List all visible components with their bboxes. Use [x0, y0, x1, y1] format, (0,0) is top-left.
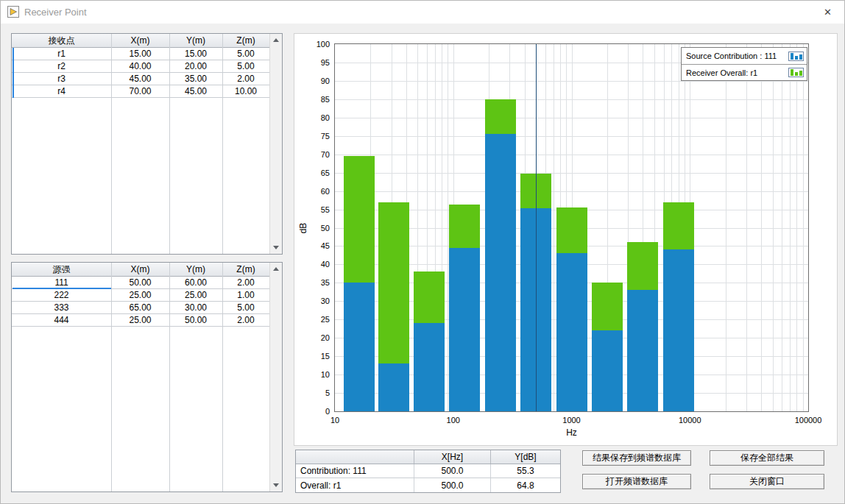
- readout-cell: Overall: r1: [296, 478, 414, 492]
- scroll-down-button[interactable]: [270, 479, 282, 491]
- table-cell: 60.00: [169, 277, 222, 288]
- y-tick-label: 100: [294, 40, 330, 49]
- table-cell: 2.00: [222, 73, 269, 85]
- table-cell: 35.00: [169, 73, 222, 85]
- y-tick-label: 90: [294, 77, 330, 85]
- scroll-up-button[interactable]: [270, 263, 282, 275]
- bar-segment-overall: [344, 156, 375, 283]
- bar-segment-overall: [414, 271, 445, 323]
- client-area: 接收点X(m)Y(m)Z(m)r115.0015.005.00r240.0020…: [1, 24, 844, 503]
- table-row[interactable]: r115.0015.005.00: [12, 48, 269, 60]
- legend-entry[interactable]: Receiver Overall: r1: [682, 64, 807, 80]
- vertical-scrollbar[interactable]: [269, 34, 282, 254]
- y-tick-label: 0: [294, 407, 330, 416]
- window-title: Receiver Point: [24, 7, 87, 18]
- table-row[interactable]: 22225.0025.001.00: [12, 289, 269, 302]
- x-tick-label: 10: [330, 416, 339, 425]
- bar-segment-overall: [556, 207, 587, 253]
- legend-plot-style-icon: [788, 52, 804, 61]
- x-axis-ticks: 10100100010000100000: [334, 416, 809, 426]
- y-tick-label: 35: [294, 278, 330, 287]
- titlebar: Receiver Point ✕: [1, 1, 844, 24]
- bar-segment-contribution: [627, 290, 658, 411]
- save-all-results-button[interactable]: 保存全部结果: [710, 450, 824, 466]
- table-header-row: 源强X(m)Y(m)Z(m): [12, 263, 269, 277]
- y-tick-label: 85: [294, 95, 330, 104]
- y-tick-label: 30: [294, 297, 330, 305]
- bar-segment-contribution: [556, 253, 587, 411]
- y-tick-label: 50: [294, 224, 330, 233]
- readout-header-cell: [296, 450, 414, 464]
- table-row[interactable]: 33365.0030.005.00: [12, 302, 269, 314]
- vertical-scrollbar[interactable]: [269, 263, 282, 491]
- table-row[interactable]: r345.0035.002.00: [12, 73, 269, 85]
- legend-entry[interactable]: Source Contribution : 111: [682, 48, 807, 64]
- bar-segment-contribution: [378, 363, 409, 411]
- legend-plot-style-icon: [788, 68, 804, 77]
- readout-cell: 500.0: [414, 478, 491, 492]
- table-cell: 50.00: [111, 277, 169, 288]
- cursor-readout-table: X[Hz]Y[dB]Contribution: 111500.055.3Over…: [295, 450, 561, 493]
- table-row[interactable]: r240.0020.005.00: [12, 60, 269, 73]
- table-cell: 333: [12, 302, 111, 313]
- table-cell: 20.00: [169, 60, 222, 72]
- close-window-button[interactable]: 关闭窗口: [710, 474, 824, 489]
- y-tick-label: 15: [294, 352, 330, 361]
- table-header-cell: 源强: [12, 263, 111, 276]
- scroll-up-button[interactable]: [270, 34, 282, 46]
- readout-row[interactable]: Contribution: 111500.055.3: [296, 464, 560, 478]
- save-to-spectrum-db-button[interactable]: 结果保存到频谱数据库: [582, 450, 691, 466]
- bar-segment-contribution: [449, 248, 480, 411]
- table-cell: r2: [12, 60, 111, 72]
- table-header-cell: Y(m): [169, 34, 222, 47]
- table-cell: 15.00: [169, 48, 222, 60]
- table-cell: 15.00: [111, 48, 169, 60]
- source-strength-table[interactable]: 源强X(m)Y(m)Z(m)11150.0060.002.0022225.002…: [11, 262, 283, 492]
- x-tick-label: 100000: [795, 416, 822, 425]
- readout-row[interactable]: Overall: r1500.064.8: [296, 478, 560, 492]
- readout-cell: 500.0: [414, 464, 491, 478]
- table-cell: 5.00: [222, 48, 269, 60]
- table-header-cell: X(m): [111, 34, 169, 47]
- scroll-up-icon: [273, 267, 279, 271]
- close-button[interactable]: ✕: [811, 1, 844, 24]
- table-header-cell: 接收点: [12, 34, 111, 47]
- bar-segment-contribution: [592, 330, 623, 411]
- bar-segment-contribution: [485, 134, 516, 411]
- table-cell: 5.00: [222, 302, 269, 313]
- selection-indicator: [13, 288, 111, 289]
- table-cell: r4: [12, 85, 111, 97]
- legend-label: Source Contribution : 111: [686, 52, 788, 60]
- table-cell: 25.00: [111, 314, 169, 326]
- labview-app-icon: [7, 6, 19, 18]
- table-cell: r3: [12, 73, 111, 85]
- open-spectrum-db-button[interactable]: 打开频谱数据库: [582, 474, 691, 489]
- y-tick-label: 95: [294, 58, 330, 67]
- y-tick-label: 80: [294, 113, 330, 122]
- spectrum-chart-panel: dB 0510152025303540455055606570758085909…: [294, 33, 838, 446]
- y-tick-label: 20: [294, 333, 330, 342]
- table-header-cell: Z(m): [222, 263, 269, 276]
- readout-header-cell: Y[dB]: [491, 450, 560, 464]
- readout-header-cell: X[Hz]: [414, 450, 491, 464]
- scroll-down-icon: [273, 246, 279, 249]
- selection-indicator: [13, 48, 14, 98]
- cursor-line[interactable]: [536, 44, 537, 411]
- y-tick-label: 55: [294, 205, 330, 214]
- bar-segment-overall: [449, 205, 480, 248]
- table-cell: 70.00: [111, 85, 169, 97]
- receiver-point-table[interactable]: 接收点X(m)Y(m)Z(m)r115.0015.005.00r240.0020…: [11, 33, 283, 255]
- readout-cell: Contribution: 111: [296, 464, 414, 478]
- y-axis-ticks: 0510152025303540455055606570758085909510…: [294, 34, 330, 445]
- table-cell: 10.00: [222, 85, 269, 97]
- bar-segment-overall: [663, 202, 694, 250]
- table-cell: 2.00: [222, 277, 269, 288]
- table-row[interactable]: 44425.0050.002.00: [12, 314, 269, 327]
- app-window: Receiver Point ✕ 接收点X(m)Y(m)Z(m)r115.001…: [0, 0, 845, 504]
- plot-legend[interactable]: Source Contribution : 111Receiver Overal…: [681, 47, 807, 81]
- scroll-down-button[interactable]: [270, 241, 282, 254]
- table-row[interactable]: r470.0045.0010.00: [12, 85, 269, 98]
- table-cell: 40.00: [111, 60, 169, 72]
- y-tick-label: 60: [294, 187, 330, 196]
- bar-segment-contribution: [344, 283, 375, 411]
